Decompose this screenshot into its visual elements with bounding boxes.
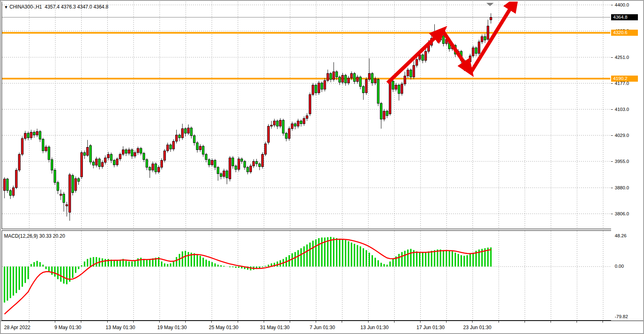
candle-body [294, 124, 296, 126]
macd-indicator-panel[interactable] [2, 230, 611, 321]
hline-price-tag: 4190.2 [611, 76, 638, 82]
bar-position-marker-icon [486, 3, 494, 6]
candle-body [407, 70, 409, 76]
candle-body [481, 37, 483, 42]
candle-body [169, 145, 171, 149]
candle-body [324, 80, 326, 89]
candle-body [318, 83, 320, 93]
candle-body [360, 77, 362, 86]
price-axis-label: 4103.0 [615, 107, 629, 112]
macd-signal-line [4, 239, 491, 314]
macd-name: MACD(12,26,9) [4, 233, 38, 239]
candle-body [416, 59, 418, 65]
candle-body [226, 171, 228, 178]
candle-body [475, 48, 477, 54]
time-axis-label: 23 Jun 01:30 [463, 325, 491, 330]
candle-body [66, 205, 68, 206]
candle-body [57, 182, 59, 191]
candle-body [15, 170, 17, 188]
candle-body [338, 77, 340, 82]
candle-body [21, 139, 23, 154]
time-axis-tick [577, 321, 577, 323]
candle-body [27, 133, 29, 138]
candle-body [422, 55, 424, 61]
time-axis[interactable]: 28 Apr 20229 May 01:3013 May 01:3019 May… [1, 321, 644, 334]
candle-body [244, 161, 246, 167]
main-price-chart[interactable] [2, 2, 611, 229]
candle-body [342, 75, 344, 82]
time-axis-tick [368, 321, 369, 323]
candle-body [128, 150, 130, 154]
candle-body [232, 158, 234, 166]
price-axis-label: 4400.0 [615, 2, 629, 7]
candle-body [220, 174, 222, 176]
candle-body [440, 36, 442, 40]
candle-body [193, 136, 195, 143]
candle-body [78, 179, 80, 182]
candle-body [321, 83, 323, 89]
time-axis-tick [55, 321, 55, 323]
price-axis-label: 3955.0 [615, 159, 629, 164]
macd-values: 30.33 20.20 [39, 233, 65, 239]
candle-body [303, 119, 305, 124]
axis-tick [611, 135, 613, 136]
time-axis-tick [551, 321, 551, 323]
time-axis-tick [264, 321, 264, 323]
macd-canvas[interactable] [2, 231, 610, 320]
candlestick-canvas[interactable] [2, 2, 610, 228]
candle-body [167, 145, 169, 151]
candle-body [258, 164, 260, 167]
candle-body [309, 95, 311, 114]
candle-body [419, 55, 421, 59]
candle-body [84, 152, 86, 155]
candle-body [80, 152, 82, 177]
macd-axis-label: 48.26 [615, 233, 627, 238]
candle-body [217, 167, 219, 174]
candle-body [98, 159, 100, 167]
trend-arrow-object[interactable] [471, 2, 516, 72]
candle-body [18, 154, 20, 170]
time-axis-tick [603, 321, 603, 323]
time-axis-tick [525, 321, 525, 323]
candle-body [104, 158, 106, 162]
chart-window: ▼ CHINA300-,H1 4357.4 4376.3 4347.0 4364… [0, 0, 644, 334]
time-axis-label: 7 Jun 01:30 [310, 325, 335, 330]
candle-body [93, 162, 95, 165]
axis-tick [611, 161, 613, 162]
candle-body [247, 167, 249, 172]
candle-body [395, 85, 397, 89]
price-axis-label: 3806.0 [615, 211, 629, 216]
time-axis-tick [499, 321, 499, 323]
candle-body [146, 160, 148, 167]
candle-body [306, 116, 308, 119]
candle-body [315, 85, 317, 93]
candle-body [389, 81, 391, 114]
candle-body [152, 164, 154, 170]
candle-body [199, 146, 201, 150]
time-axis-tick [133, 321, 134, 323]
trend-arrow-object[interactable] [388, 30, 442, 83]
candle-body [60, 194, 62, 195]
candle-body [182, 129, 184, 138]
candle-body [410, 70, 412, 77]
symbol-period-label: CHINA300-,H1 [9, 4, 42, 10]
candle-body [371, 74, 373, 83]
candle-body [404, 76, 406, 84]
candle-body [131, 150, 133, 156]
candle-body [380, 103, 382, 119]
price-axis[interactable]: 4400.04325.84251.04177.04103.04029.03955… [611, 1, 644, 321]
candle-body [425, 51, 427, 60]
candle-body [392, 81, 394, 89]
candle-body [469, 56, 471, 62]
candle-body [273, 121, 275, 125]
time-axis-label: 13 Jun 01:30 [360, 325, 388, 330]
candle-body [122, 150, 124, 154]
candle-body [24, 133, 26, 139]
symbol-dropdown-icon[interactable]: ▼ [4, 5, 8, 9]
candle-body [365, 79, 367, 93]
candle-body [238, 159, 240, 169]
candle-body [143, 153, 145, 160]
candle-body [87, 147, 89, 155]
candle-body [265, 144, 267, 154]
candle-body [300, 121, 302, 124]
